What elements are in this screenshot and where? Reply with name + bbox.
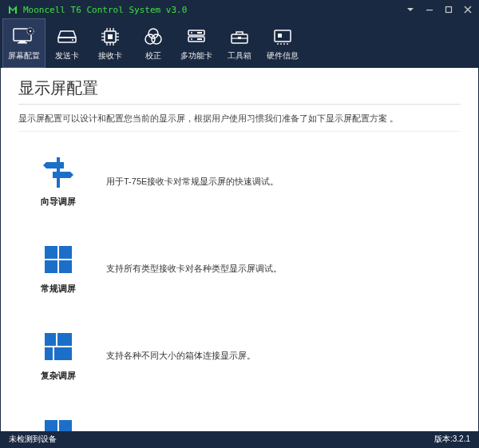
option-label: 向导调屏 xyxy=(41,196,76,208)
svg-rect-0 xyxy=(426,10,433,10)
svg-rect-11 xyxy=(108,34,113,39)
status-device: 未检测到设备 xyxy=(9,434,434,445)
svg-rect-4 xyxy=(18,42,27,44)
status-version: 版本:3.2.1 xyxy=(434,434,470,445)
svg-point-24 xyxy=(148,29,158,38)
titlebar: Mooncell T6 Control System v3.0 xyxy=(1,1,478,18)
svg-rect-48 xyxy=(57,333,72,346)
tab-receiver-card[interactable]: 接收卡 xyxy=(89,18,132,68)
svg-rect-52 xyxy=(59,420,72,431)
toolbar: 屏幕配置 发送卡 接收卡 校正 多功能卡 xyxy=(1,18,478,68)
grid-irregular-icon xyxy=(42,330,75,363)
option-regular[interactable]: 常规调屏 支持所有类型接收卡对各种类型显示屏调试。 xyxy=(18,243,461,295)
svg-point-9 xyxy=(72,39,73,41)
svg-rect-44 xyxy=(59,246,72,259)
option-wizard[interactable]: 向导调屏 用于T-75E接收卡对常规显示屏的快速调试。 xyxy=(18,156,461,208)
option-label: 常规调屏 xyxy=(41,283,76,295)
toolbox-icon xyxy=(228,26,251,48)
chip-icon xyxy=(98,26,122,48)
svg-rect-35 xyxy=(238,37,241,39)
statusbar: 未检测到设备 版本:3.2.1 xyxy=(1,431,478,447)
toolbar-label: 硬件信息 xyxy=(267,50,299,61)
tab-toolbox[interactable]: 工具箱 xyxy=(218,18,261,68)
option-desc: 用于T-75E接收卡对常规显示屏的快速调试。 xyxy=(106,176,279,188)
toolbar-label: 校正 xyxy=(145,50,161,61)
content-area: 显示屏配置 显示屏配置可以设计和配置您当前的显示屏，根据用户使用习惯我们准备了如… xyxy=(1,68,478,431)
tab-hardware[interactable]: 硬件信息 xyxy=(261,18,304,68)
hdd-icon xyxy=(55,26,79,48)
dropdown-icon[interactable] xyxy=(406,6,414,14)
app-logo-icon xyxy=(7,4,18,15)
divider xyxy=(18,104,461,105)
grid-2x2-icon xyxy=(42,243,75,276)
minimize-button[interactable] xyxy=(426,6,433,14)
svg-rect-36 xyxy=(275,30,291,42)
page-subtitle: 显示屏配置可以设计和配置您当前的显示屏，根据用户使用习惯我们准备了如下显示屏配置… xyxy=(18,113,461,125)
option-desc: 支持所有类型接收卡对各种类型显示屏调试。 xyxy=(106,263,282,275)
svg-point-7 xyxy=(30,30,31,31)
monitor-gear-icon xyxy=(12,26,36,48)
svg-rect-31 xyxy=(197,32,202,34)
hardware-info-icon xyxy=(271,26,295,48)
svg-rect-32 xyxy=(197,38,202,40)
svg-point-26 xyxy=(152,34,161,44)
svg-rect-43 xyxy=(45,246,57,259)
svg-point-29 xyxy=(191,32,192,34)
grid-partial-icon xyxy=(42,417,75,431)
divider xyxy=(18,131,461,132)
option-desc: 支持各种不同大小的箱体连接显示屏。 xyxy=(106,350,255,362)
svg-rect-47 xyxy=(45,333,56,346)
signpost-icon xyxy=(42,156,75,189)
svg-rect-45 xyxy=(45,260,57,273)
toolbar-label: 接收卡 xyxy=(98,50,122,61)
toolbar-label: 屏幕配置 xyxy=(8,50,40,61)
toolbar-label: 多功能卡 xyxy=(180,50,212,61)
page-title: 显示屏配置 xyxy=(18,77,461,99)
tab-calibration[interactable]: 校正 xyxy=(132,18,175,68)
option-inspect[interactable]: 巡检 支持接收卡数据巡检和发送卡修复。 xyxy=(18,417,461,431)
svg-rect-41 xyxy=(278,34,282,38)
svg-rect-3 xyxy=(19,41,26,42)
toolbar-label: 工具箱 xyxy=(228,50,251,61)
svg-rect-46 xyxy=(59,260,72,273)
tab-multi-card[interactable]: 多功能卡 xyxy=(175,18,218,68)
maximize-button[interactable] xyxy=(445,6,453,14)
toolbar-label: 发送卡 xyxy=(55,50,79,61)
close-button[interactable] xyxy=(464,6,472,14)
option-label: 复杂调屏 xyxy=(41,370,76,382)
svg-rect-1 xyxy=(446,7,452,13)
svg-rect-50 xyxy=(54,347,72,360)
svg-rect-49 xyxy=(45,347,53,360)
tab-screen-config[interactable]: 屏幕配置 xyxy=(2,18,46,68)
tab-sender-card[interactable]: 发送卡 xyxy=(46,18,89,68)
option-complex[interactable]: 复杂调屏 支持各种不同大小的箱体连接显示屏。 xyxy=(18,330,461,382)
rgb-overlap-icon xyxy=(141,26,165,48)
app-title: Mooncell T6 Control System v3.0 xyxy=(23,5,406,15)
svg-rect-51 xyxy=(45,420,57,431)
svg-point-30 xyxy=(191,38,192,40)
server-icon xyxy=(184,26,208,48)
